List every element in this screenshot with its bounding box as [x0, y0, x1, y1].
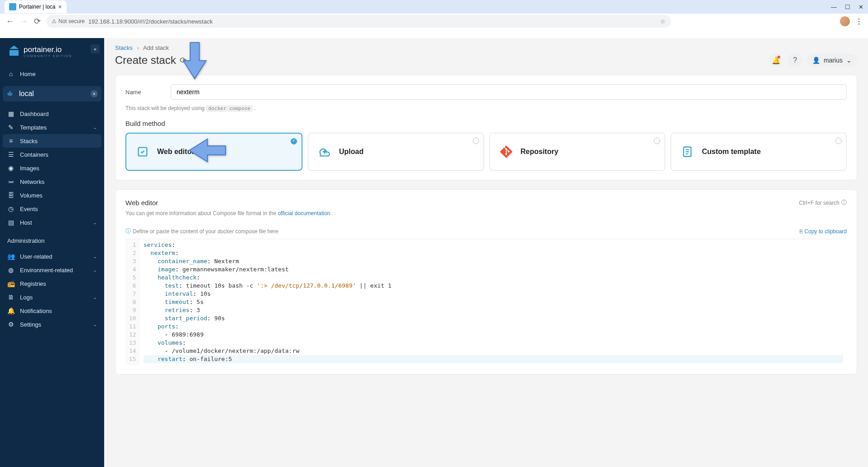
copy-to-clipboard-button[interactable]: ⎘ Copy to clipboard [800, 228, 847, 235]
sidebar-item-stacks[interactable]: ≡Stacks [3, 134, 101, 148]
admin-section-title: Administration [0, 232, 104, 247]
chevron-down-icon: ⌄ [846, 57, 852, 64]
sidebar-item-host[interactable]: ▤Host⌄ [0, 216, 104, 229]
sidebar-admin-registries[interactable]: 📻Registries [0, 277, 104, 290]
server-icon: ▤ [7, 219, 14, 226]
build-method-label: Build method [125, 120, 847, 127]
chevron-down-icon: ⌄ [93, 267, 97, 273]
sidebar-item-containers[interactable]: ☰Containers [0, 148, 104, 161]
env-close-icon[interactable]: × [91, 90, 98, 97]
sidebar-environment[interactable]: local × [3, 86, 101, 101]
code-line[interactable]: retries: 3 [144, 306, 843, 314]
help-circle-icon: ⓘ [841, 199, 847, 207]
code-line[interactable]: services: [144, 241, 843, 249]
notifications-button[interactable]: 🔔 [769, 53, 783, 67]
code-line[interactable]: - /volume1/docker/nexterm:/app/data:rw [144, 347, 843, 355]
browser-chrome: Portainer | loca × — ☐ ✕ ← → ⟳ ⚠ Not sec… [0, 0, 868, 29]
notification-dot-icon [777, 56, 780, 58]
window-close-icon[interactable]: ✕ [858, 4, 863, 10]
tab-close-icon[interactable]: × [58, 3, 62, 10]
deploy-hint: This stack will be deployed using docker… [125, 105, 847, 111]
sidebar-admin-settings[interactable]: ⚙Settings⌄ [0, 318, 104, 331]
help-button[interactable]: ? [788, 53, 802, 67]
portainer-logo-icon [7, 44, 21, 58]
sidebar-item-events[interactable]: ◷Events [0, 202, 104, 216]
chevron-down-icon: ⌄ [93, 125, 97, 130]
sidebar-item-volumes[interactable]: 🗄Volumes [0, 188, 104, 202]
sidebar-admin-user-related[interactable]: 👥User-related⌄ [0, 250, 104, 263]
code-line[interactable]: test: timeout 10s bash -c ':> /dev/tcp/1… [144, 282, 843, 290]
code-line[interactable]: start_period: 90s [144, 314, 843, 323]
build-method-repository[interactable]: Repository [489, 133, 666, 171]
svg-rect-2 [11, 93, 12, 94]
url-text: 192.168.1.18:9000/#!/2/docker/stacks/new… [88, 18, 213, 25]
editor-shortcut-hint: Ctrl+F for search ⓘ [799, 199, 847, 207]
address-bar[interactable]: ⚠ Not secure 192.168.1.18:9000/#!/2/dock… [46, 15, 671, 28]
profile-avatar-icon[interactable] [840, 16, 850, 26]
build-method-custom-template[interactable]: Custom template [671, 133, 847, 171]
list-icon: ☰ [7, 151, 14, 158]
method-radio-icon [654, 138, 660, 144]
method-radio-icon [291, 138, 297, 144]
sidebar-item-networks[interactable]: ⫘Networks [0, 175, 104, 188]
code-line[interactable]: image: germannewsmaker/nexterm:latest [144, 265, 843, 274]
sidebar-admin-environment-related[interactable]: ◍Environment-related⌄ [0, 263, 104, 277]
stack-name-input[interactable] [171, 84, 847, 100]
chevron-down-icon: ⌄ [93, 322, 97, 327]
svg-rect-0 [8, 93, 9, 94]
method-icon [498, 144, 514, 160]
user-menu[interactable]: 👤 marius ⌄ [807, 54, 857, 67]
sidebar-item-images[interactable]: ◉Images [0, 161, 104, 175]
build-method-upload[interactable]: Upload [308, 133, 484, 171]
sidebar: portainer.io COMMUNITY EDITION « ⌂ Home … [0, 38, 104, 467]
sidebar-collapse-button[interactable]: « [91, 44, 100, 53]
window-maximize-icon[interactable]: ☐ [845, 4, 850, 10]
bookmark-star-icon[interactable]: ☆ [660, 18, 666, 25]
not-secure-badge[interactable]: ⚠ Not secure [52, 18, 85, 24]
nav-reload-icon[interactable]: ⟳ [33, 16, 42, 26]
chevron-down-icon: ⌄ [93, 220, 97, 226]
warning-icon: ⚠ [52, 18, 57, 24]
code-line[interactable]: timeout: 5s [144, 298, 843, 306]
code-line[interactable]: - 6989:6989 [144, 331, 843, 339]
method-icon [134, 144, 151, 160]
code-line[interactable]: interval: 10s [144, 290, 843, 298]
logo-text: portainer.io [24, 45, 72, 54]
layers-icon: ≡ [7, 137, 14, 144]
breadcrumb-root[interactable]: Stacks [115, 44, 133, 51]
window-minimize-icon[interactable]: — [831, 4, 837, 10]
logo-subtitle: COMMUNITY EDITION [24, 54, 72, 58]
edit-icon: ✎ [7, 124, 14, 131]
build-method-web-editor[interactable]: Web editor [125, 133, 302, 171]
refresh-icon[interactable]: ⟳ [180, 55, 187, 65]
code-line[interactable]: healthcheck: [144, 274, 843, 282]
nav-forward-icon[interactable]: → [19, 17, 28, 26]
sidebar-admin-notifications[interactable]: 🔔Notifications [0, 304, 104, 318]
chevron-down-icon: ⌄ [93, 254, 97, 260]
sidebar-item-home[interactable]: ⌂ Home [0, 67, 104, 81]
browser-tab[interactable]: Portainer | loca × [5, 0, 67, 13]
name-label: Name [125, 89, 171, 96]
code-line[interactable]: ports: [144, 323, 843, 331]
code-editor[interactable]: 123456789101112131415 services: nexterm:… [125, 239, 847, 365]
sidebar-item-dashboard[interactable]: ▦Dashboard [0, 107, 104, 120]
code-line[interactable]: nexterm: [144, 249, 843, 257]
stack-form-card: Name This stack will be deployed using d… [115, 75, 857, 180]
code-line[interactable]: volumes: [144, 339, 843, 347]
code-line[interactable]: restart: on-failure:5 [144, 355, 843, 363]
code-line[interactable]: container_name: Nexterm [144, 257, 843, 265]
globe-icon: ◍ [7, 266, 14, 274]
docs-link[interactable]: official documentation [278, 210, 330, 217]
info-icon: ⓘ [125, 227, 131, 235]
method-icon [679, 144, 695, 160]
breadcrumb-current: Add stack [143, 44, 169, 51]
main-content: Stacks › Add stack Create stack ⟳ 🔔 ? 👤 [104, 38, 868, 467]
sidebar-admin-logs[interactable]: 🗎Logs⌄ [0, 290, 104, 304]
method-radio-icon [835, 138, 842, 144]
chrome-menu-icon[interactable]: ⋮ [855, 17, 863, 26]
sidebar-item-templates[interactable]: ✎Templates⌄ [0, 120, 104, 134]
page-title: Create stack ⟳ [115, 54, 187, 67]
users-icon: 👥 [7, 253, 14, 260]
svg-rect-1 [9, 93, 10, 94]
nav-back-icon[interactable]: ← [5, 17, 14, 26]
